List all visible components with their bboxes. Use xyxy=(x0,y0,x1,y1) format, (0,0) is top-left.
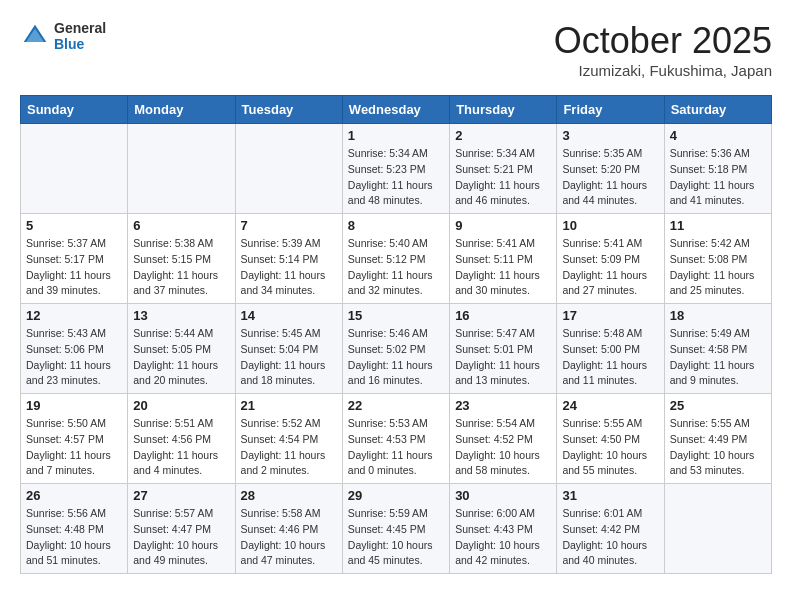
calendar-cell: 25Sunrise: 5:55 AM Sunset: 4:49 PM Dayli… xyxy=(664,394,771,484)
day-number: 28 xyxy=(241,488,337,503)
day-info: Sunrise: 5:42 AM Sunset: 5:08 PM Dayligh… xyxy=(670,236,766,299)
calendar-cell: 7Sunrise: 5:39 AM Sunset: 5:14 PM Daylig… xyxy=(235,214,342,304)
day-info: Sunrise: 5:43 AM Sunset: 5:06 PM Dayligh… xyxy=(26,326,122,389)
day-number: 14 xyxy=(241,308,337,323)
calendar-cell: 20Sunrise: 5:51 AM Sunset: 4:56 PM Dayli… xyxy=(128,394,235,484)
calendar-cell: 15Sunrise: 5:46 AM Sunset: 5:02 PM Dayli… xyxy=(342,304,449,394)
day-info: Sunrise: 5:56 AM Sunset: 4:48 PM Dayligh… xyxy=(26,506,122,569)
day-info: Sunrise: 5:46 AM Sunset: 5:02 PM Dayligh… xyxy=(348,326,444,389)
day-info: Sunrise: 5:44 AM Sunset: 5:05 PM Dayligh… xyxy=(133,326,229,389)
day-info: Sunrise: 5:55 AM Sunset: 4:50 PM Dayligh… xyxy=(562,416,658,479)
calendar-cell: 23Sunrise: 5:54 AM Sunset: 4:52 PM Dayli… xyxy=(450,394,557,484)
logo-blue: Blue xyxy=(54,36,106,52)
day-info: Sunrise: 5:35 AM Sunset: 5:20 PM Dayligh… xyxy=(562,146,658,209)
location: Izumizaki, Fukushima, Japan xyxy=(554,62,772,79)
calendar-body: 1Sunrise: 5:34 AM Sunset: 5:23 PM Daylig… xyxy=(21,124,772,574)
day-number: 23 xyxy=(455,398,551,413)
calendar-cell: 6Sunrise: 5:38 AM Sunset: 5:15 PM Daylig… xyxy=(128,214,235,304)
calendar-cell: 19Sunrise: 5:50 AM Sunset: 4:57 PM Dayli… xyxy=(21,394,128,484)
calendar-cell: 31Sunrise: 6:01 AM Sunset: 4:42 PM Dayli… xyxy=(557,484,664,574)
calendar-header: Sunday Monday Tuesday Wednesday Thursday… xyxy=(21,96,772,124)
header-row: Sunday Monday Tuesday Wednesday Thursday… xyxy=(21,96,772,124)
calendar-cell: 12Sunrise: 5:43 AM Sunset: 5:06 PM Dayli… xyxy=(21,304,128,394)
day-number: 21 xyxy=(241,398,337,413)
day-info: Sunrise: 5:57 AM Sunset: 4:47 PM Dayligh… xyxy=(133,506,229,569)
day-info: Sunrise: 5:37 AM Sunset: 5:17 PM Dayligh… xyxy=(26,236,122,299)
day-info: Sunrise: 5:51 AM Sunset: 4:56 PM Dayligh… xyxy=(133,416,229,479)
day-number: 15 xyxy=(348,308,444,323)
day-info: Sunrise: 5:34 AM Sunset: 5:23 PM Dayligh… xyxy=(348,146,444,209)
day-number: 8 xyxy=(348,218,444,233)
day-info: Sunrise: 5:55 AM Sunset: 4:49 PM Dayligh… xyxy=(670,416,766,479)
calendar-week-5: 26Sunrise: 5:56 AM Sunset: 4:48 PM Dayli… xyxy=(21,484,772,574)
logo-text: General Blue xyxy=(54,20,106,52)
day-number: 26 xyxy=(26,488,122,503)
calendar-week-1: 1Sunrise: 5:34 AM Sunset: 5:23 PM Daylig… xyxy=(21,124,772,214)
day-info: Sunrise: 5:38 AM Sunset: 5:15 PM Dayligh… xyxy=(133,236,229,299)
header-friday: Friday xyxy=(557,96,664,124)
calendar-cell: 14Sunrise: 5:45 AM Sunset: 5:04 PM Dayli… xyxy=(235,304,342,394)
calendar-cell: 29Sunrise: 5:59 AM Sunset: 4:45 PM Dayli… xyxy=(342,484,449,574)
calendar-cell: 18Sunrise: 5:49 AM Sunset: 4:58 PM Dayli… xyxy=(664,304,771,394)
calendar-week-3: 12Sunrise: 5:43 AM Sunset: 5:06 PM Dayli… xyxy=(21,304,772,394)
day-info: Sunrise: 5:49 AM Sunset: 4:58 PM Dayligh… xyxy=(670,326,766,389)
day-info: Sunrise: 5:59 AM Sunset: 4:45 PM Dayligh… xyxy=(348,506,444,569)
day-number: 24 xyxy=(562,398,658,413)
day-number: 7 xyxy=(241,218,337,233)
month-title: October 2025 xyxy=(554,20,772,62)
day-number: 2 xyxy=(455,128,551,143)
day-number: 27 xyxy=(133,488,229,503)
logo: General Blue xyxy=(20,20,106,52)
calendar-table: Sunday Monday Tuesday Wednesday Thursday… xyxy=(20,95,772,574)
day-info: Sunrise: 5:53 AM Sunset: 4:53 PM Dayligh… xyxy=(348,416,444,479)
calendar-cell xyxy=(128,124,235,214)
calendar-week-2: 5Sunrise: 5:37 AM Sunset: 5:17 PM Daylig… xyxy=(21,214,772,304)
page-header: General Blue October 2025 Izumizaki, Fuk… xyxy=(20,20,772,79)
day-number: 9 xyxy=(455,218,551,233)
header-tuesday: Tuesday xyxy=(235,96,342,124)
logo-icon xyxy=(20,21,50,51)
day-number: 10 xyxy=(562,218,658,233)
calendar-cell: 27Sunrise: 5:57 AM Sunset: 4:47 PM Dayli… xyxy=(128,484,235,574)
calendar-cell: 5Sunrise: 5:37 AM Sunset: 5:17 PM Daylig… xyxy=(21,214,128,304)
day-number: 29 xyxy=(348,488,444,503)
header-saturday: Saturday xyxy=(664,96,771,124)
calendar-cell: 24Sunrise: 5:55 AM Sunset: 4:50 PM Dayli… xyxy=(557,394,664,484)
day-number: 5 xyxy=(26,218,122,233)
calendar-cell: 11Sunrise: 5:42 AM Sunset: 5:08 PM Dayli… xyxy=(664,214,771,304)
day-number: 25 xyxy=(670,398,766,413)
day-info: Sunrise: 5:47 AM Sunset: 5:01 PM Dayligh… xyxy=(455,326,551,389)
calendar-cell: 3Sunrise: 5:35 AM Sunset: 5:20 PM Daylig… xyxy=(557,124,664,214)
logo-general: General xyxy=(54,20,106,36)
header-monday: Monday xyxy=(128,96,235,124)
day-info: Sunrise: 5:39 AM Sunset: 5:14 PM Dayligh… xyxy=(241,236,337,299)
calendar-cell: 4Sunrise: 5:36 AM Sunset: 5:18 PM Daylig… xyxy=(664,124,771,214)
day-number: 20 xyxy=(133,398,229,413)
calendar-cell: 10Sunrise: 5:41 AM Sunset: 5:09 PM Dayli… xyxy=(557,214,664,304)
day-info: Sunrise: 5:50 AM Sunset: 4:57 PM Dayligh… xyxy=(26,416,122,479)
day-number: 12 xyxy=(26,308,122,323)
calendar-cell: 21Sunrise: 5:52 AM Sunset: 4:54 PM Dayli… xyxy=(235,394,342,484)
day-info: Sunrise: 5:36 AM Sunset: 5:18 PM Dayligh… xyxy=(670,146,766,209)
day-number: 3 xyxy=(562,128,658,143)
calendar-week-4: 19Sunrise: 5:50 AM Sunset: 4:57 PM Dayli… xyxy=(21,394,772,484)
header-thursday: Thursday xyxy=(450,96,557,124)
calendar-cell: 16Sunrise: 5:47 AM Sunset: 5:01 PM Dayli… xyxy=(450,304,557,394)
day-number: 6 xyxy=(133,218,229,233)
day-number: 16 xyxy=(455,308,551,323)
day-number: 17 xyxy=(562,308,658,323)
calendar-cell: 28Sunrise: 5:58 AM Sunset: 4:46 PM Dayli… xyxy=(235,484,342,574)
calendar-cell xyxy=(664,484,771,574)
calendar-cell: 30Sunrise: 6:00 AM Sunset: 4:43 PM Dayli… xyxy=(450,484,557,574)
day-info: Sunrise: 5:45 AM Sunset: 5:04 PM Dayligh… xyxy=(241,326,337,389)
calendar-cell: 22Sunrise: 5:53 AM Sunset: 4:53 PM Dayli… xyxy=(342,394,449,484)
day-number: 18 xyxy=(670,308,766,323)
calendar-cell xyxy=(235,124,342,214)
day-info: Sunrise: 5:58 AM Sunset: 4:46 PM Dayligh… xyxy=(241,506,337,569)
day-number: 22 xyxy=(348,398,444,413)
calendar-cell: 8Sunrise: 5:40 AM Sunset: 5:12 PM Daylig… xyxy=(342,214,449,304)
day-number: 4 xyxy=(670,128,766,143)
day-number: 1 xyxy=(348,128,444,143)
calendar-cell xyxy=(21,124,128,214)
day-info: Sunrise: 5:41 AM Sunset: 5:11 PM Dayligh… xyxy=(455,236,551,299)
